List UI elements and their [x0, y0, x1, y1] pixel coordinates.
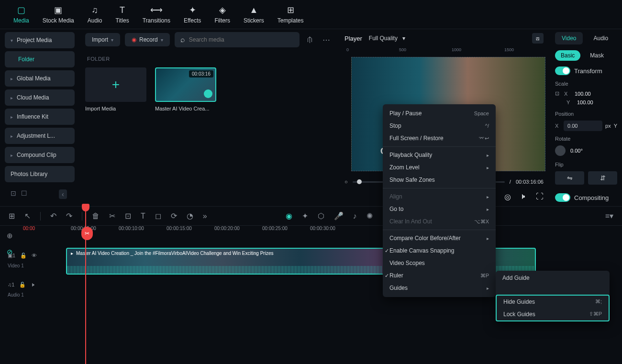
speed-icon[interactable]: ⟳ [171, 211, 177, 221]
flip-h-button[interactable]: ⇋ [555, 171, 584, 185]
cut-marker[interactable]: ✂ [81, 227, 93, 240]
lock-icon[interactable]: 🔓 [20, 253, 27, 259]
tab-templates[interactable]: ⊞Templates [278, 5, 304, 24]
sidebar-global-media[interactable]: ▸Global Media [5, 70, 75, 87]
guides-submenu: Add Guide Hide Guides⌘; Lock Guides⇧⌘P [496, 271, 610, 321]
sm-hide-guides[interactable]: Hide Guides⌘; [497, 296, 609, 308]
tl-tool-a[interactable]: ✦ [302, 211, 308, 221]
more-icon[interactable]: ⋯ [321, 33, 332, 46]
cut-icon[interactable]: ✂ [109, 211, 115, 221]
media-clip-tile[interactable]: 00:03:16 Master AI Video Crea... [155, 67, 216, 111]
crop-icon[interactable]: ⊡ [125, 211, 131, 221]
filter-icon[interactable]: ⫛ [304, 33, 316, 46]
chevron-down-icon: ▾ [111, 37, 113, 43]
cm-guides[interactable]: Guides▸ [383, 282, 496, 294]
import-media-tile[interactable]: + Import Media [85, 67, 146, 111]
cm-ruler[interactable]: ✓Ruler⌘P [383, 269, 496, 282]
tab-stickers[interactable]: ▲Stickers [244, 5, 264, 24]
sidebar-influence-kit[interactable]: ▸Influence Kit [5, 109, 75, 125]
tab-stock-media[interactable]: ▣Stock Media [43, 5, 74, 24]
sm-lock-guides[interactable]: Lock Guides⇧⌘P [497, 308, 609, 320]
filters-icon: ◈ [219, 5, 226, 15]
cm-stop[interactable]: Stop^/ [383, 120, 496, 132]
lock-icon[interactable]: 🔓 [19, 282, 26, 288]
quality-dropdown[interactable]: Full Quality▾ [369, 35, 405, 42]
compositing-toggle[interactable] [555, 193, 570, 202]
cm-goto[interactable]: Go to▸ [383, 203, 496, 215]
snapshot-button[interactable]: ◎ [504, 192, 511, 201]
text-icon[interactable]: T [141, 212, 145, 221]
sidebar-compound[interactable]: ▸Compound Clip [5, 147, 75, 163]
duration-badge: 00:03:16 [189, 70, 213, 77]
tab-effects[interactable]: ✦Effects [184, 5, 201, 24]
scopes-icon[interactable]: ⟎ [532, 33, 544, 44]
tl-select-icon[interactable]: ↖ [24, 211, 31, 221]
search-box[interactable]: ⌕ [175, 32, 300, 47]
color-icon[interactable]: ◔ [187, 211, 193, 221]
mic-icon[interactable]: 🎤 [334, 211, 344, 221]
pos-x-field[interactable]: 0.00 [564, 121, 602, 131]
tl-tool-b[interactable]: ⬡ [318, 211, 324, 221]
sidebar-project-media[interactable]: ▾Project Media [5, 32, 75, 48]
tab-audio[interactable]: ♫Audio [88, 5, 102, 24]
redo-icon[interactable]: ↷ [66, 211, 72, 221]
ai-icon[interactable]: ◉ [286, 211, 292, 221]
fullscreen-button[interactable]: ⛶ [536, 192, 544, 201]
cm-video-scopes[interactable]: Video Scopes [383, 257, 496, 269]
video-track-head[interactable]: ▣1🔓👁 [0, 248, 57, 263]
undo-icon[interactable]: ↶ [50, 211, 56, 221]
delete-icon[interactable]: 🗑 [92, 212, 100, 221]
record-button[interactable]: ◉Record▾ [125, 33, 170, 46]
basic-subtab[interactable]: Basic [555, 50, 580, 61]
more-tools-icon[interactable]: » [203, 212, 207, 221]
flip-v-button[interactable]: ⇵ [588, 171, 617, 185]
volume-button[interactable]: 🕨 [520, 192, 527, 201]
cm-safe-zones[interactable]: Show Safe Zones [383, 174, 496, 186]
transform-toggle[interactable] [555, 66, 570, 75]
sidebar-cloud-media[interactable]: ▸Cloud Media [5, 89, 75, 106]
search-input[interactable] [189, 36, 294, 43]
music-icon[interactable]: ♪ [353, 212, 357, 221]
tl-tool-c[interactable]: ✺ [367, 211, 373, 221]
video-tab[interactable]: Video [555, 32, 583, 44]
cm-playback-quality[interactable]: Playback Quality▸ [383, 149, 496, 161]
tab-titles[interactable]: TTitles [115, 5, 129, 24]
mute-icon[interactable]: 🕨 [31, 282, 36, 287]
properties-panel: Video Audio Basic Mask Transform Scale ⊡… [550, 29, 622, 206]
lock-icon[interactable]: ⊡ [555, 90, 559, 97]
timeline-ruler[interactable]: 00:00 00:00:05:00 00:00:10:00 00:00:15:0… [23, 226, 622, 237]
tab-media[interactable]: ▢Media [13, 5, 29, 24]
mask-subtab[interactable]: Mask [584, 50, 610, 61]
tab-transitions[interactable]: ⟷Transitions [143, 5, 170, 24]
sidebar-folder[interactable]: Folder [5, 51, 75, 67]
tl-layout-icon[interactable]: ⊞ [9, 211, 15, 221]
cm-compare-color[interactable]: Compare Color Before/After▸ [383, 232, 496, 244]
new-folder-icon[interactable]: ⊡ [11, 189, 16, 199]
loop-icon[interactable]: ○ [344, 179, 348, 185]
scale-y-value[interactable]: 100.00 [577, 99, 593, 105]
chevron-right-icon: ▸ [11, 153, 13, 158]
collapse-icon[interactable]: ‹ [59, 189, 67, 199]
chevron-right-icon: ▸ [487, 165, 489, 170]
sm-add-guide[interactable]: Add Guide [496, 271, 610, 284]
audio-tab[interactable]: Audio [587, 32, 615, 44]
frame-icon[interactable]: ◻ [155, 211, 161, 221]
audio-track-head[interactable]: ♫1🔓🕨 [0, 277, 57, 292]
tab-filters[interactable]: ◈Filters [214, 5, 230, 24]
tl-add-track[interactable]: ⊕ [0, 228, 23, 244]
cm-zoom-level[interactable]: Zoom Level▸ [383, 161, 496, 174]
sidebar-photos[interactable]: Photos Library [5, 166, 75, 182]
eye-icon[interactable]: 👁 [32, 253, 37, 258]
rotate-value[interactable]: 0.00° [570, 148, 583, 154]
cm-play-pause[interactable]: Play / PauseSpace [383, 107, 496, 120]
import-button[interactable]: Import▾ [85, 33, 120, 46]
stickers-icon: ▲ [249, 5, 258, 15]
sidebar-adjustment[interactable]: ▸Adjustment L... [5, 128, 75, 144]
chevron-right-icon: ▸ [487, 194, 489, 199]
cm-canvas-snapping[interactable]: ✓Enable Canvas Snapping [383, 244, 496, 257]
tl-view-icon[interactable]: ≡▾ [605, 211, 613, 221]
cm-fullscreen[interactable]: Full Screen / Restore⌤↩ [383, 132, 496, 144]
rotate-knob[interactable] [555, 145, 566, 156]
scale-x-value[interactable]: 100.00 [575, 91, 591, 97]
folder-icon[interactable]: ☐ [21, 189, 27, 199]
